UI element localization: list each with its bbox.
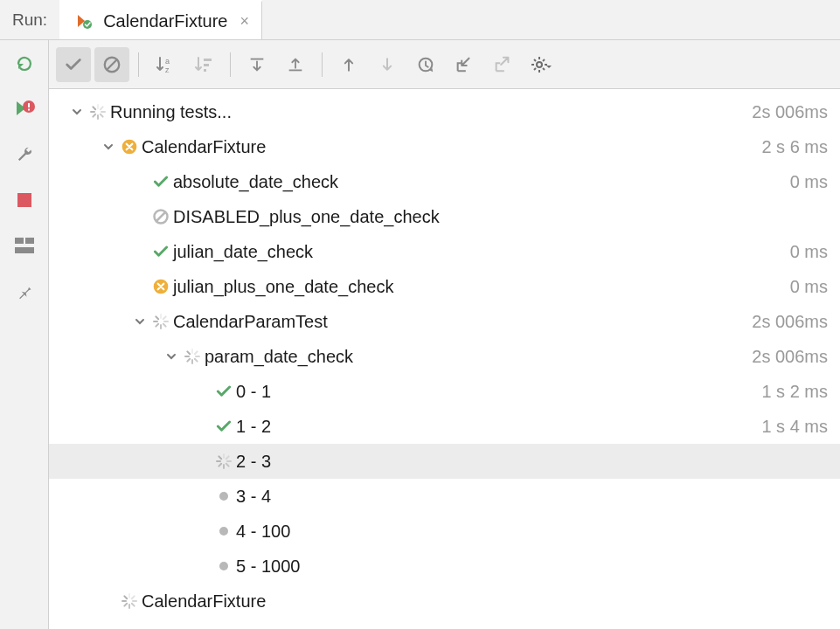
svg-rect-3 xyxy=(28,109,30,111)
run-config-icon xyxy=(72,12,96,30)
svg-rect-2 xyxy=(28,103,30,107)
tree-row[interactable]: DISABLED_plus_one_date_check xyxy=(49,199,840,234)
svg-rect-14 xyxy=(204,69,206,72)
svg-point-33 xyxy=(219,562,228,570)
test-toolbar: az xyxy=(49,40,840,89)
tree-label: julian_date_check xyxy=(173,242,313,262)
svg-point-18 xyxy=(537,62,542,67)
chevron-down-icon[interactable] xyxy=(100,142,117,152)
tree-row[interactable]: CalendarParamTest2s 006ms xyxy=(49,304,840,339)
svg-line-25 xyxy=(534,68,536,70)
run-label: Run: xyxy=(0,0,59,39)
ignored-icon xyxy=(152,208,170,225)
wrench-icon[interactable] xyxy=(11,142,38,168)
chevron-down-icon[interactable] xyxy=(68,107,86,117)
svg-point-31 xyxy=(219,492,228,501)
pending-icon xyxy=(218,490,230,502)
tree-time: 1 s 2 ms xyxy=(761,382,828,402)
sort-button[interactable]: az xyxy=(148,47,183,82)
import-button[interactable] xyxy=(447,47,482,82)
rerun-button[interactable] xyxy=(11,51,38,77)
spinner-icon xyxy=(90,104,106,120)
svg-line-24 xyxy=(543,68,545,70)
pass-icon xyxy=(152,243,170,260)
next-button[interactable] xyxy=(370,47,405,82)
suite-sort-button[interactable] xyxy=(186,47,221,82)
tree-row[interactable]: 5 - 1000 xyxy=(49,549,840,584)
tree-row[interactable]: julian_plus_one_date_check0 ms xyxy=(49,269,840,304)
chevron-down-icon[interactable] xyxy=(131,316,149,327)
spinner-icon xyxy=(216,453,232,469)
tree-time: 0 ms xyxy=(790,172,828,192)
tab-calendar-fixture[interactable]: CalendarFixture × xyxy=(59,0,262,39)
show-passed-button[interactable] xyxy=(56,47,91,82)
separator xyxy=(230,52,231,77)
chevron-down-icon[interactable] xyxy=(163,351,180,362)
tree-row[interactable]: param_date_check2s 006ms xyxy=(49,339,840,374)
tree-label: param_date_check xyxy=(205,347,353,367)
spinner-icon xyxy=(184,349,200,364)
tree-label: 2 - 3 xyxy=(236,452,271,472)
svg-line-29 xyxy=(156,212,165,221)
rerun-failed-button[interactable] xyxy=(11,96,38,122)
spinner-icon xyxy=(153,314,169,329)
test-tree[interactable]: Running tests...2s 006msCalendarFixture2… xyxy=(49,89,840,629)
tree-row[interactable]: 3 - 4 xyxy=(49,479,840,514)
layout-icon[interactable] xyxy=(11,232,38,259)
pass-icon xyxy=(215,383,233,400)
pending-icon xyxy=(218,525,230,537)
close-icon[interactable]: × xyxy=(240,12,249,31)
settings-button[interactable] xyxy=(524,47,559,82)
tree-time: 2s 006ms xyxy=(752,312,828,332)
tree-label: CalendarFixture xyxy=(142,137,266,157)
svg-rect-6 xyxy=(25,238,34,244)
tree-row[interactable]: 1 - 21 s 4 ms xyxy=(49,409,840,444)
svg-line-23 xyxy=(534,59,536,61)
tree-label: julian_plus_one_date_check xyxy=(173,277,393,297)
tree-label: DISABLED_plus_one_date_check xyxy=(173,207,440,227)
tree-row[interactable]: Running tests...2s 006ms xyxy=(49,94,840,129)
collapse-all-button[interactable] xyxy=(278,47,313,82)
svg-rect-12 xyxy=(204,59,212,61)
tree-row[interactable]: 0 - 11 s 2 ms xyxy=(49,374,840,409)
svg-point-0 xyxy=(83,20,92,29)
tab-title: CalendarFixture xyxy=(103,11,227,31)
tree-label: 0 - 1 xyxy=(236,382,271,402)
left-rail xyxy=(0,40,49,629)
tree-row[interactable]: 2 - 3 xyxy=(49,444,840,479)
prev-button[interactable] xyxy=(331,47,366,82)
tree-label: absolute_date_check xyxy=(173,172,338,192)
svg-rect-7 xyxy=(15,247,34,253)
tree-label: CalendarParamTest xyxy=(173,312,328,332)
tree-time: 2 s 6 ms xyxy=(761,137,828,157)
tree-row[interactable]: CalendarFixture2 s 6 ms xyxy=(49,129,840,164)
svg-text:a: a xyxy=(165,57,170,66)
separator xyxy=(322,52,323,77)
tree-row[interactable]: CalendarFixture xyxy=(49,584,840,619)
tree-row[interactable]: julian_date_check0 ms xyxy=(49,234,840,269)
tree-time: 1 s 4 ms xyxy=(761,417,828,437)
pin-icon[interactable] xyxy=(11,278,38,304)
tree-row[interactable]: 4 - 100 xyxy=(49,514,840,549)
svg-rect-13 xyxy=(204,64,209,66)
svg-line-9 xyxy=(108,59,117,69)
tree-time: 2s 006ms xyxy=(752,347,828,367)
history-button[interactable] xyxy=(408,47,443,82)
tree-time: 0 ms xyxy=(790,242,828,262)
tree-time: 0 ms xyxy=(790,277,828,297)
show-ignored-button[interactable] xyxy=(94,47,129,82)
svg-rect-4 xyxy=(17,193,31,207)
pass-icon xyxy=(215,418,233,435)
stop-button[interactable] xyxy=(11,187,38,213)
spinner-icon xyxy=(121,593,137,609)
svg-text:z: z xyxy=(165,66,170,74)
tab-bar: Run: CalendarFixture × xyxy=(0,0,840,40)
tree-label: CalendarFixture xyxy=(142,591,266,612)
tree-time: 2s 006ms xyxy=(752,102,828,122)
tree-row[interactable]: absolute_date_check0 ms xyxy=(49,164,840,199)
tree-label: 4 - 100 xyxy=(236,522,290,542)
pass-icon xyxy=(152,173,170,190)
export-button[interactable] xyxy=(485,47,520,82)
expand-all-button[interactable] xyxy=(240,47,274,82)
tree-label: 3 - 4 xyxy=(236,487,271,507)
